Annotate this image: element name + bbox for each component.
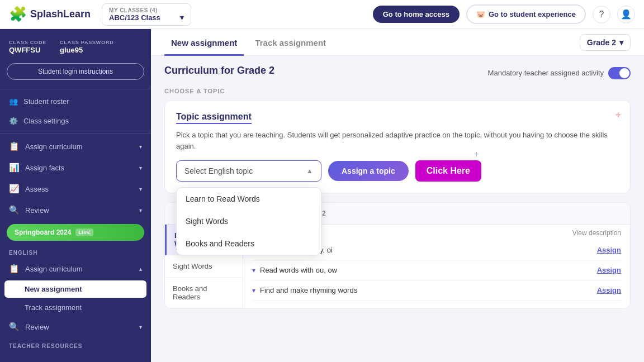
mandatory-toggle-row: Mandatory teacher assigned activity	[488, 67, 631, 79]
skill-name-3: Find and make rhyming words	[260, 286, 593, 294]
divider	[0, 89, 151, 89]
chevron-icon2: ▾	[139, 165, 142, 171]
facts-icon: 📊	[9, 163, 20, 173]
plus-icon[interactable]: +	[615, 109, 621, 121]
skill-row-2: ▾ Read words with ou, ow Assign	[252, 260, 621, 280]
teacher-resources-label: TEACHER RESOURCES	[0, 337, 151, 351]
assign-topic-button[interactable]: Assign a topic	[328, 161, 409, 181]
class-password-value: glue95	[60, 46, 114, 54]
sidebar-item-assess[interactable]: 📈 Assess ▾	[0, 178, 151, 199]
tab-track-assignment[interactable]: Track assignment	[248, 29, 333, 56]
select-assign-row: + Select English topic ▲ Assign a topic …	[176, 160, 619, 182]
topic-assignment-card: + Topic assignment Pick a topic that you…	[164, 100, 631, 193]
skill-name-2: Read words with ou, ow	[260, 266, 593, 274]
roster-icon: 👥	[9, 97, 18, 106]
curriculum-title: Curriculum for Grade 2	[164, 65, 274, 77]
dropdown-item-sight[interactable]: Sight Words	[177, 210, 321, 232]
layout: CLASS CODE QWFFSU CLASS PASSWORD glue95 …	[0, 29, 644, 362]
dropdown-item-books[interactable]: Books and Readers	[177, 232, 321, 255]
chevron-up-icon: ▴	[139, 266, 142, 272]
skill-row-3: ▾ Find and make rhyming words Assign	[252, 280, 621, 301]
chevron-icon3: ▾	[139, 186, 142, 192]
home-access-button[interactable]: Go to home access	[373, 6, 460, 23]
tab-new-assignment[interactable]: New assignment	[164, 29, 244, 56]
chevron-down-icon: ▾	[180, 13, 184, 22]
logo-icon: 🧩	[9, 6, 27, 23]
select-row: Select English topic ▲ Assign a topic Cl…	[176, 160, 619, 182]
settings-icon: ⚙️	[9, 117, 18, 125]
assess-icon: 📈	[9, 184, 20, 194]
assign-link-2[interactable]: Assign	[597, 266, 621, 274]
chevron-icon4: ▾	[139, 207, 142, 213]
class-info: CLASS CODE QWFFSU CLASS PASSWORD glue95	[0, 29, 151, 60]
topic-card-title: Topic assignment	[176, 112, 252, 124]
sidebar-item-class-settings[interactable]: ⚙️ Class settings	[0, 111, 151, 131]
sidebar-item-english-review[interactable]: 🔍 Review ▾	[0, 316, 151, 337]
chevron-skill-icon3: ▾	[252, 287, 255, 294]
click-here-badge[interactable]: Click Here	[415, 160, 481, 182]
sidebar-item-new-assignment[interactable]: New assignment	[4, 280, 146, 298]
sidebar-item-student-roster[interactable]: 👥 Student roster	[0, 92, 151, 111]
curriculum-icon: 📋	[9, 141, 20, 151]
mandatory-label: Mandatory teacher assigned activity	[488, 69, 604, 77]
eng-curriculum-icon: 📋	[9, 264, 20, 274]
chevron-skill-icon2: ▾	[252, 266, 255, 274]
topic-list-item-sight[interactable]: Sight Words	[165, 255, 243, 278]
student-experience-button[interactable]: 🐷 Go to student experience	[466, 4, 586, 24]
mandatory-toggle[interactable]	[608, 67, 631, 79]
topic-dropdown: Learn to Read Words Sight Words Books an…	[176, 187, 321, 255]
class-selector[interactable]: MY CLASSES (4) ABC/123 Class ▾	[102, 3, 191, 26]
topic-list-item-books[interactable]: Books and Readers	[165, 278, 243, 308]
class-code-item: CLASS CODE QWFFSU	[9, 37, 46, 54]
help-button[interactable]: ?	[593, 6, 610, 23]
english-section-label: ENGLISH	[0, 244, 151, 258]
account-button[interactable]: 👤	[617, 6, 635, 23]
chevron-icon5: ▾	[139, 324, 142, 330]
view-description-link[interactable]: View description	[572, 226, 621, 239]
sidebar-item-review[interactable]: 🔍 Review ▾	[0, 199, 151, 221]
sidebar-item-track-assignment[interactable]: Track assignment	[0, 299, 151, 316]
sidebar-item-assign-curriculum[interactable]: 📋 Assign curriculum ▾	[0, 136, 151, 157]
student-exp-emoji-icon: 🐷	[476, 10, 485, 18]
plus-decorative-icon: +	[474, 149, 479, 159]
top-nav: 🧩 SplashLearn MY CLASSES (4) ABC/123 Cla…	[0, 0, 644, 29]
class-selector-value: ABC/123 Class ▾	[109, 13, 184, 22]
class-password-item: CLASS PASSWORD glue95	[60, 37, 114, 54]
dropdown-item-learn[interactable]: Learn to Read Words	[177, 188, 321, 210]
topic-card-desc: Pick a topic that you are teaching. Stud…	[176, 130, 619, 151]
student-login-button[interactable]: Student login instructions	[7, 63, 144, 80]
class-code-label: CLASS CODE	[9, 40, 46, 45]
divider2	[0, 133, 151, 134]
grade-chevron-icon: ▾	[619, 38, 623, 47]
assign-link-3[interactable]: Assign	[597, 286, 621, 294]
springboard-button[interactable]: Springboard 2024 LIVE	[7, 224, 144, 241]
topic-select[interactable]: Select English topic ▲	[176, 160, 321, 182]
content-body: Curriculum for Grade 2 Mandatory teacher…	[151, 56, 644, 318]
review-icon: 🔍	[9, 205, 20, 215]
sidebar-item-assign-facts[interactable]: 📊 Assign facts ▾	[0, 157, 151, 178]
logo: 🧩 SplashLearn	[9, 6, 91, 23]
main-header: New assignment Track assignment Grade 2 …	[151, 29, 644, 56]
choose-topic-label: CHOOSE A TOPIC	[164, 88, 631, 94]
class-selector-label: MY CLASSES (4)	[109, 7, 184, 13]
logo-text: SplashLearn	[30, 8, 91, 20]
chevron-icon: ▾	[139, 144, 142, 150]
live-badge: LIVE	[75, 228, 93, 236]
sidebar: CLASS CODE QWFFSU CLASS PASSWORD glue95 …	[0, 29, 151, 362]
class-code-value: QWFFSU	[9, 46, 46, 54]
sidebar-item-english-assign-curriculum[interactable]: 📋 Assign curriculum ▴	[0, 258, 151, 279]
grade-selector[interactable]: Grade 2 ▾	[580, 34, 631, 51]
select-chevron-icon: ▲	[306, 167, 313, 175]
class-password-label: CLASS PASSWORD	[60, 40, 114, 45]
main-content: New assignment Track assignment Grade 2 …	[151, 29, 644, 362]
assign-link-1[interactable]: Assign	[597, 246, 621, 254]
eng-review-icon: 🔍	[9, 322, 20, 332]
